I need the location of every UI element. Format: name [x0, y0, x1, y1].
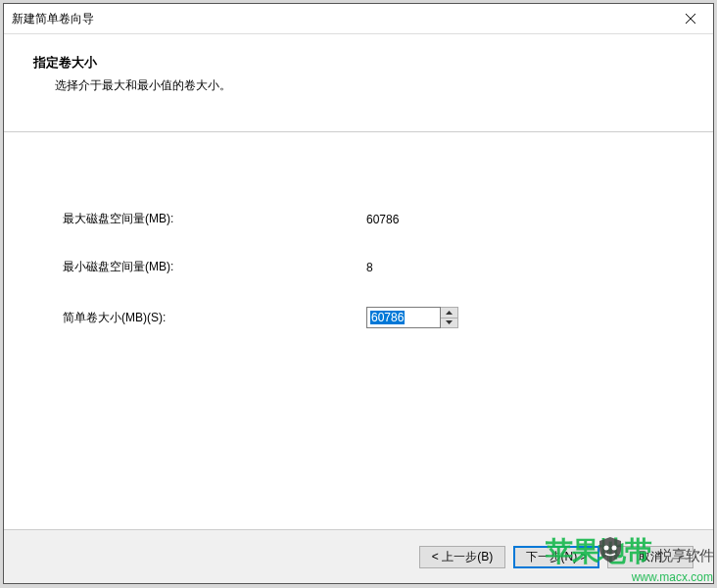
chevron-up-icon: [446, 311, 453, 315]
min-space-label: 最小磁盘空间量(MB):: [63, 259, 366, 275]
window-title: 新建简单卷向导: [12, 11, 94, 27]
cancel-button[interactable]: 取消: [607, 546, 693, 568]
wizard-footer: < 上一步(B) 下一步(N) > 取消: [4, 529, 713, 583]
volume-size-spinner: 60786: [366, 307, 458, 328]
wizard-header: 指定卷大小 选择介于最大和最小值的卷大小。: [4, 34, 713, 132]
max-space-label: 最大磁盘空间量(MB):: [63, 211, 366, 227]
close-icon: [686, 14, 695, 24]
min-space-value: 8: [366, 261, 373, 274]
max-space-row: 最大磁盘空间量(MB): 60786: [63, 211, 654, 227]
close-button[interactable]: [668, 4, 713, 33]
max-space-value: 60786: [366, 213, 399, 226]
spinner-up-button[interactable]: [441, 308, 457, 318]
page-subtitle: 选择介于最大和最小值的卷大小。: [55, 77, 684, 94]
next-button[interactable]: 下一步(N) >: [513, 546, 599, 568]
min-space-row: 最小磁盘空间量(MB): 8: [63, 259, 654, 275]
spinner-buttons: [441, 307, 458, 328]
titlebar: 新建简单卷向导: [4, 4, 713, 34]
wizard-dialog: 新建简单卷向导 指定卷大小 选择介于最大和最小值的卷大小。 最大磁盘空间量(MB…: [3, 3, 714, 584]
svg-marker-3: [446, 320, 453, 324]
content-area: 最大磁盘空间量(MB): 60786 最小磁盘空间量(MB): 8 简单卷大小(…: [4, 132, 713, 529]
volume-size-row: 简单卷大小(MB)(S): 60786: [63, 307, 654, 328]
svg-marker-2: [446, 311, 453, 315]
volume-size-input[interactable]: 60786: [366, 307, 441, 328]
back-button[interactable]: < 上一步(B): [419, 546, 505, 568]
volume-size-label: 简单卷大小(MB)(S):: [63, 310, 366, 326]
chevron-down-icon: [446, 320, 453, 324]
volume-size-value: 60786: [370, 311, 405, 324]
spinner-down-button[interactable]: [441, 318, 457, 328]
page-title: 指定卷大小: [33, 54, 684, 72]
